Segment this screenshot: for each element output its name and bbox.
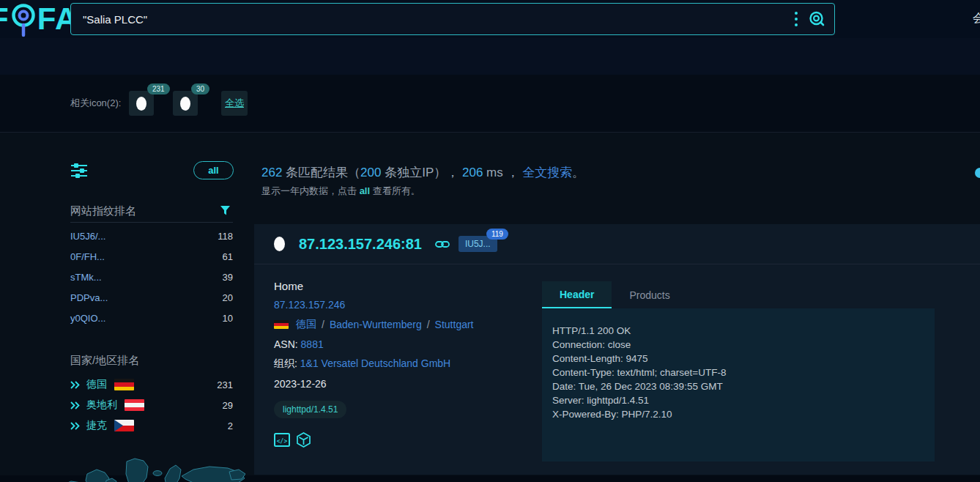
country-name-link[interactable]: 捷克 — [86, 419, 107, 432]
fingerprint-link[interactable]: y0QIO... — [70, 313, 105, 324]
double-chevron-icon — [70, 422, 80, 430]
city-link[interactable]: Stuttgart — [435, 319, 474, 330]
country-flag-icon — [114, 420, 134, 431]
geo-row: 德国 / Baden-Wurttemberg / Stuttgart — [274, 318, 523, 331]
double-chevron-icon — [70, 381, 80, 389]
http-header-line: Content-Length: 9475 — [552, 352, 924, 366]
tab-products[interactable]: Products — [612, 281, 687, 308]
http-header-line: Connection: close — [552, 338, 924, 352]
sidebar-divider — [70, 222, 233, 223]
org-row: 组织: 1&1 Versatel Deutschland GmbH — [274, 357, 523, 371]
http-header-line: X-Powered-By: PHP/7.2.10 — [552, 407, 924, 421]
fingerprint-row: 0F/FH... 61 — [70, 246, 233, 267]
search-icon[interactable] — [808, 10, 825, 28]
product-cube-icon[interactable] — [296, 432, 311, 450]
result-card: 87.123.157.246:81 IU5J... 119 Home 87.12… — [254, 224, 980, 475]
fingerprint-link[interactable]: sTMk... — [70, 272, 102, 283]
server-tag[interactable]: lighttpd/1.4.51 — [274, 401, 346, 418]
results-note: 显示一年内数据，点击 all 查看所有。 — [261, 185, 420, 198]
floating-button-partial[interactable] — [975, 168, 980, 178]
favicon-icon — [274, 237, 285, 251]
http-header-line: Content-Type: text/html; charset=UTF-8 — [552, 366, 924, 379]
filter-sliders-icon[interactable] — [71, 163, 87, 182]
header-sub-band — [0, 38, 980, 75]
country-flag-icon — [114, 379, 134, 390]
related-icon-tile[interactable]: 30 — [173, 91, 198, 116]
related-icons-row: 相关icon(2): 231 30 全选 — [0, 75, 980, 133]
select-all-button[interactable]: 全选 — [221, 91, 248, 116]
icon-count-badge: 231 — [147, 84, 170, 94]
icon-count-badge: 30 — [191, 84, 209, 94]
related-icon-tiles: 231 30 — [129, 91, 198, 116]
result-details: Home 87.123.157.246 德国 / Baden-Wurttembe… — [274, 280, 523, 450]
related-icon-tile[interactable]: 231 — [129, 91, 154, 116]
fingerprint-count: 20 — [223, 292, 233, 303]
http-header-line: Date: Tue, 26 Dec 2023 08:39:55 GMT — [552, 379, 924, 393]
tab-header[interactable]: Header — [542, 281, 612, 308]
org-link[interactable]: 1&1 Versatel Deutschland GmbH — [300, 357, 450, 369]
fulltext-search-link[interactable]: 全文搜索 — [522, 166, 572, 179]
fofa-logo[interactable]: F FA — [0, 0, 78, 38]
http-header-lines: HTTP/1.1 200 OK Connection: close Conten… — [552, 324, 924, 421]
country-flag-icon — [125, 399, 144, 411]
country-count: 29 — [223, 400, 233, 411]
search-options-icon[interactable] — [795, 12, 798, 26]
svg-text:</>: </> — [277, 438, 288, 445]
unique-ip-count: 200 — [360, 166, 381, 179]
open-link-icon[interactable] — [435, 240, 450, 249]
result-action-icons: </> — [274, 432, 523, 450]
fingerprint-count: 118 — [218, 231, 233, 242]
asn-row: ASN: 8881 — [274, 338, 523, 350]
fingerprint-link[interactable]: PDPva... — [70, 292, 108, 303]
result-card-header: 87.123.157.246:81 IU5J... 119 — [254, 224, 980, 264]
fingerprint-count: 39 — [223, 272, 233, 283]
country-ranking-list: 德国 231 奥地利 29 捷克 2 — [70, 374, 233, 436]
detail-tabs: Header Products — [542, 281, 688, 308]
fingerprint-filter-icon[interactable] — [220, 205, 231, 218]
asn-link[interactable]: 8881 — [301, 338, 324, 350]
fingerprint-row: IU5J6/... 118 — [70, 226, 233, 246]
country-row: 德国 231 — [70, 374, 233, 395]
fingerprint-link[interactable]: 0F/FH... — [70, 251, 105, 262]
double-chevron-icon — [70, 401, 80, 409]
all-link[interactable]: all — [360, 185, 370, 196]
country-name-link[interactable]: 德国 — [86, 378, 107, 391]
host-link[interactable]: 87.123.157.246 — [274, 299, 523, 311]
germany-flag-icon — [274, 320, 289, 329]
match-count: 262 — [261, 166, 282, 179]
search-box[interactable] — [70, 3, 835, 35]
result-ip-link[interactable]: 87.123.157.246:81 — [299, 236, 422, 253]
top-bar: F FA 会 — [0, 0, 980, 38]
favicon-oval-icon — [180, 97, 190, 111]
country-name-link[interactable]: 奥地利 — [86, 398, 117, 412]
country-row: 捷克 2 — [70, 415, 233, 436]
fingerprint-tag[interactable]: IU5J... 119 — [459, 236, 497, 252]
world-map — [62, 456, 245, 482]
country-count: 2 — [228, 420, 233, 431]
code-view-icon[interactable]: </> — [274, 432, 290, 450]
fingerprint-link[interactable]: IU5J6/... — [70, 231, 105, 242]
fingerprint-count: 10 — [223, 313, 233, 324]
logo-ring-icon — [10, 0, 37, 38]
fofa-search-results-page: F FA 会 相关icon(2): 231 30 — [0, 0, 980, 482]
country-row: 奥地利 29 — [70, 395, 233, 415]
http-header-line: Server: lighttpd/1.4.51 — [552, 393, 924, 407]
time-range-all-button[interactable]: all — [193, 161, 234, 179]
results-summary: 262 条匹配结果（200 条独立IP）， 206 ms ， 全文搜索。 — [261, 164, 584, 181]
region-link[interactable]: Baden-Wurttemberg — [330, 319, 422, 330]
http-header-panel: HTTP/1.1 200 OK Connection: close Conten… — [542, 308, 935, 461]
search-input[interactable] — [83, 13, 789, 26]
country-ranking-title: 国家/地区排名 — [70, 354, 139, 368]
fingerprint-tag-badge: 119 — [486, 229, 508, 240]
member-link-partial[interactable]: 会 — [973, 11, 980, 26]
last-updated-date: 2023-12-26 — [274, 378, 523, 390]
fingerprint-row: sTMk... 39 — [70, 267, 233, 287]
http-header-line: HTTP/1.1 200 OK — [552, 324, 924, 338]
fingerprint-row: PDPva... 20 — [70, 287, 233, 308]
favicon-oval-icon — [136, 97, 146, 111]
fingerprint-ranking-title: 网站指纹排名 — [70, 204, 136, 218]
country-link[interactable]: 德国 — [296, 318, 316, 331]
site-title: Home — [274, 280, 523, 292]
country-count: 231 — [217, 379, 233, 390]
fingerprint-count: 61 — [223, 251, 233, 262]
